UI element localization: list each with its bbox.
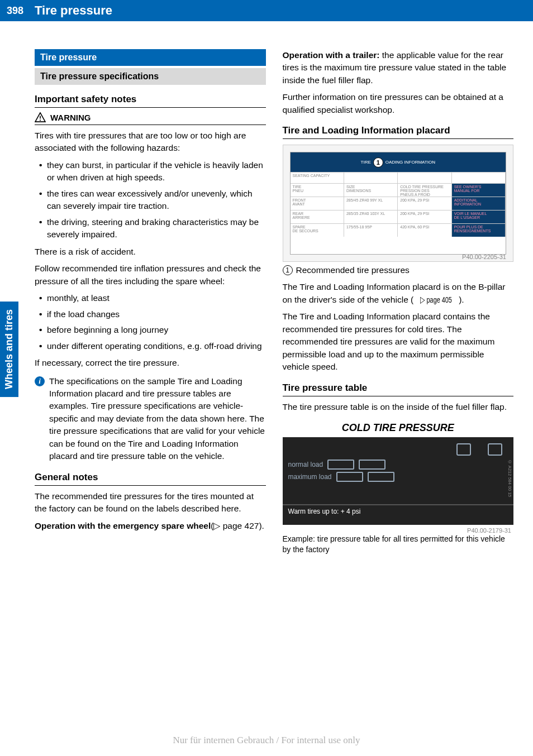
- placard-callout-badge: 1: [373, 157, 383, 168]
- cold-image-code: P40.00-2179-31: [283, 527, 514, 534]
- placard-paragraph-1: The Tire and Loading Information placard…: [283, 281, 514, 306]
- table-paragraph: The tire pressure table is on the inside…: [283, 401, 514, 413]
- side-tab-wheels-tires: Wheels and tires: [0, 302, 18, 397]
- page-ref-427: (▷ page 427).: [211, 521, 264, 530]
- rear-axle-icon: [488, 443, 502, 456]
- subsection-bar-specifications: Tire pressure specifications: [35, 68, 266, 85]
- placard-caption: 1 Recommended tire pressures: [283, 265, 514, 275]
- trailer-paragraph: Operation with a trailer: the applicable…: [283, 49, 514, 87]
- heading-general-notes: General notes: [35, 472, 266, 486]
- placard-illustration: TIRE 1 OADING INFORMATION SEATING CAPACI…: [283, 145, 514, 262]
- section-bar-tire-pressure: Tire pressure: [35, 49, 266, 66]
- warning-label: WARNING: [50, 113, 91, 122]
- warning-block: WARNING Tires with tire pressures that a…: [35, 112, 266, 370]
- warning-triangle-icon: [35, 112, 46, 122]
- general-paragraph: The recommended tire pressures for the t…: [35, 490, 266, 515]
- heading-placard: Tire and Loading Information placard: [283, 125, 514, 139]
- list-item: if the load changes: [39, 308, 266, 320]
- warning-header: WARNING: [35, 112, 266, 125]
- cold-tire-pressure-illustration: COLD TIRE PRESSURE normal load maximum l…: [283, 419, 514, 525]
- cold-side-code: © A212 584 00 15: [507, 460, 512, 497]
- trailer-label: Operation with a trailer:: [283, 50, 380, 60]
- placard-header-strip: TIRE 1 OADING INFORMATION: [291, 152, 506, 172]
- spare-wheel-label: Operation with the emergency spare wheel: [35, 521, 211, 530]
- cold-row-normal: normal load: [283, 458, 514, 471]
- warning-correct: If necessary, correct the tire pressure.: [35, 357, 266, 369]
- warning-follow: Follow recommended tire inflation pressu…: [35, 262, 266, 288]
- warning-risk: There is a risk of accident.: [35, 246, 266, 258]
- footer-internal-use: Nur für internen Gebrauch / For internal…: [0, 735, 533, 746]
- right-column: Operation with a trailer: the applicable…: [283, 49, 514, 555]
- list-item: the driving, steering and braking charac…: [39, 216, 266, 241]
- front-axle-icon: [456, 443, 471, 456]
- list-item: before beginning a long journey: [39, 324, 266, 336]
- cold-warm-note: Warm tires up to: + 4 psi: [283, 504, 514, 518]
- heading-pressure-table: Tire pressure table: [283, 382, 514, 396]
- caption-number-1: 1: [283, 265, 293, 275]
- left-column: Tire pressure Tire pressure specificatio…: [35, 49, 266, 555]
- cold-caption: Example: tire pressure table for all tir…: [283, 534, 514, 555]
- page-ref-405: ▷ page 405: [420, 294, 452, 306]
- page-title: Tire pressure: [30, 3, 112, 18]
- page-number: 398: [0, 0, 30, 21]
- list-item: under different operating conditions, e.…: [39, 340, 266, 352]
- list-item: they can burst, in particular if the veh…: [39, 159, 266, 184]
- cold-row-max: maximum load: [283, 471, 514, 483]
- content-area: Tire pressure Tire pressure specificatio…: [0, 21, 533, 555]
- spare-wheel-line: Operation with the emergency spare wheel…: [35, 520, 266, 532]
- info-text: The specifications on the sample Tire an…: [49, 375, 266, 463]
- list-item: the tires can wear excessively and/or un…: [39, 188, 266, 213]
- svg-point-1: [40, 119, 41, 121]
- info-note: i The specifications on the sample Tire …: [35, 375, 266, 463]
- page-header: 398 Tire pressure: [0, 0, 533, 21]
- warning-hazard-list: they can burst, in particular if the veh…: [35, 159, 266, 241]
- further-info: Further information on tire pressures ca…: [283, 91, 514, 116]
- warning-intro: Tires with tire pressures that are too l…: [35, 130, 266, 155]
- list-item: monthly, at least: [39, 292, 266, 304]
- placard-image-code: P40.00-2205-31: [462, 253, 506, 260]
- check-list: monthly, at least if the load changes be…: [35, 292, 266, 352]
- info-icon: i: [35, 376, 45, 386]
- heading-safety-notes: Important safety notes: [35, 94, 266, 108]
- placard-paragraph-2: The Tire and Loading Information placard…: [283, 310, 514, 373]
- caption-text: Recommended tire pressures: [296, 265, 410, 275]
- cold-tire-title: COLD TIRE PRESSURE: [283, 419, 514, 437]
